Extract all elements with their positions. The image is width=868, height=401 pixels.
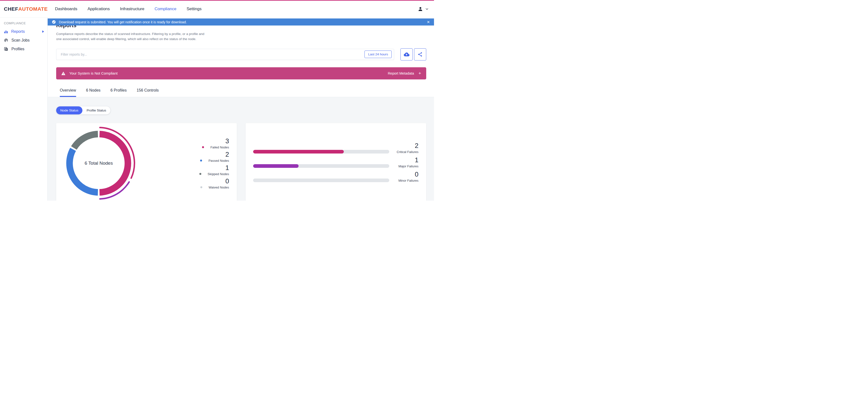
warning-triangle-icon <box>61 71 65 75</box>
legend-item-failed: 3 Failed Nodes <box>202 137 229 149</box>
check-circle-icon <box>52 20 56 24</box>
tab-controls[interactable]: 156 Controls <box>137 88 159 97</box>
share-report-button[interactable] <box>414 48 426 61</box>
toggle-profile-status[interactable]: Profile Status <box>83 106 110 114</box>
nav-settings[interactable]: Settings <box>187 6 202 11</box>
failures-severity-card: 2 Critical Failures 1 Major Failures <box>246 123 426 201</box>
app-header: CHEFAUTOMATE Dashboards Applications Inf… <box>0 1 434 18</box>
skipped-nodes-count: 1 <box>225 164 229 171</box>
critical-failures-count: 2 <box>415 142 418 149</box>
tab-nodes[interactable]: 6 Nodes <box>86 88 101 97</box>
major-failures-bar <box>253 164 389 168</box>
chevron-down-icon <box>425 7 429 11</box>
nav-compliance[interactable]: Compliance <box>155 6 177 11</box>
user-icon <box>418 6 423 12</box>
legend-label: Failed Nodes <box>210 145 229 149</box>
logo-chef-text: CHEF <box>4 6 18 12</box>
plus-icon: + <box>418 71 421 75</box>
nav-dashboards[interactable]: Dashboards <box>55 6 77 11</box>
minor-failures-row: 0 Minor Failures <box>253 171 418 182</box>
legend-label: Waived Nodes <box>209 186 229 189</box>
major-failures-row: 1 Major Failures <box>253 157 418 168</box>
filter-toolbar: Last 24 hours <box>56 48 426 61</box>
share-icon <box>417 52 423 57</box>
main-area: Download request is submitted. You will … <box>48 18 434 201</box>
severity-label: Major Failures <box>399 164 418 168</box>
donut-center-label: 6 Total Nodes <box>85 161 113 166</box>
minor-failures-count: 0 <box>415 171 418 178</box>
legend-item-passed: 2 Passed Nodes <box>200 151 229 163</box>
bar-chart-icon <box>4 30 8 34</box>
node-status-donut: 6 Total Nodes <box>61 126 136 201</box>
severity-label: Critical Failures <box>397 150 418 154</box>
toggle-node-status[interactable]: Node Status <box>56 106 83 114</box>
failed-dot-icon <box>202 146 204 148</box>
overview-content: Node Status Profile Status 6 Total Nodes… <box>48 97 434 201</box>
passed-nodes-count: 2 <box>225 151 229 158</box>
sidebar-item-label: Scan Jobs <box>11 38 30 42</box>
user-menu[interactable] <box>418 6 429 12</box>
passed-dot-icon <box>200 160 202 162</box>
report-metadata-label: Report Metadata <box>388 71 414 75</box>
sidebar-item-scan-jobs[interactable]: Scan Jobs <box>0 36 48 44</box>
legend-label: Passed Nodes <box>208 159 229 163</box>
waived-nodes-count: 0 <box>225 177 229 185</box>
chef-automate-logo[interactable]: CHEFAUTOMATE <box>4 6 48 12</box>
cloud-download-icon <box>404 52 409 57</box>
expand-arrow-icon[interactable] <box>42 30 44 33</box>
node-status-card: 6 Total Nodes 3 Failed Nodes 2 Passed No… <box>56 123 237 201</box>
filter-reports-container: Last 24 hours <box>56 49 394 60</box>
notification-message: Download request is submitted. You will … <box>59 20 187 24</box>
nav-infrastructure[interactable]: Infrastructure <box>120 6 145 11</box>
tab-overview[interactable]: Overview <box>60 88 76 97</box>
download-notification-banner: Download request is submitted. You will … <box>48 19 434 26</box>
sidebar: COMPLIANCE Reports Scan Jobs Profiles <box>0 18 48 201</box>
primary-nav: Dashboards Applications Infrastructure C… <box>55 6 202 11</box>
time-range-button[interactable]: Last 24 hours <box>365 51 392 58</box>
compliance-status-message: Your System is Not Compliant <box>69 71 118 75</box>
sidebar-item-label: Profiles <box>11 47 24 51</box>
node-status-legend: 3 Failed Nodes 2 Passed Nodes 1 Skipped … <box>199 137 229 191</box>
severity-label: Minor Failures <box>399 179 418 182</box>
major-failures-count: 1 <box>415 157 418 164</box>
legend-item-waived: 0 Waived Nodes <box>200 177 229 189</box>
nav-applications[interactable]: Applications <box>88 6 110 11</box>
sidebar-item-reports[interactable]: Reports <box>0 28 48 36</box>
report-metadata-toggle[interactable]: Report Metadata + <box>388 71 421 75</box>
logo-automate-text: AUTOMATE <box>18 6 48 12</box>
report-tabs: Overview 6 Nodes 6 Profiles 156 Controls <box>48 79 434 97</box>
status-toggle: Node Status Profile Status <box>56 106 111 114</box>
close-icon[interactable]: ✕ <box>427 20 430 24</box>
sidebar-item-label: Reports <box>11 29 25 34</box>
waived-dot-icon <box>200 186 202 188</box>
failed-nodes-count: 3 <box>225 137 229 145</box>
compliance-status-banner: Your System is Not Compliant Report Meta… <box>56 67 426 79</box>
legend-label: Skipped Nodes <box>208 172 229 176</box>
legend-item-skipped: 1 Skipped Nodes <box>199 164 229 176</box>
critical-failures-bar <box>253 150 389 154</box>
minor-failures-bar <box>253 178 389 182</box>
tab-profiles[interactable]: 6 Profiles <box>111 88 127 97</box>
documents-stack-icon <box>4 47 8 51</box>
radar-icon <box>4 38 8 42</box>
sidebar-section-title: COMPLIANCE <box>0 21 48 25</box>
critical-failures-row: 2 Critical Failures <box>253 142 418 154</box>
failure-severity-bars: 2 Critical Failures 1 Major Failures <box>246 123 426 182</box>
page-description: Compliance reports describe the status o… <box>56 32 206 42</box>
sidebar-item-profiles[interactable]: Profiles <box>0 45 48 53</box>
skipped-dot-icon <box>199 173 201 175</box>
filter-reports-input[interactable] <box>60 52 365 57</box>
download-report-button[interactable] <box>400 48 413 61</box>
